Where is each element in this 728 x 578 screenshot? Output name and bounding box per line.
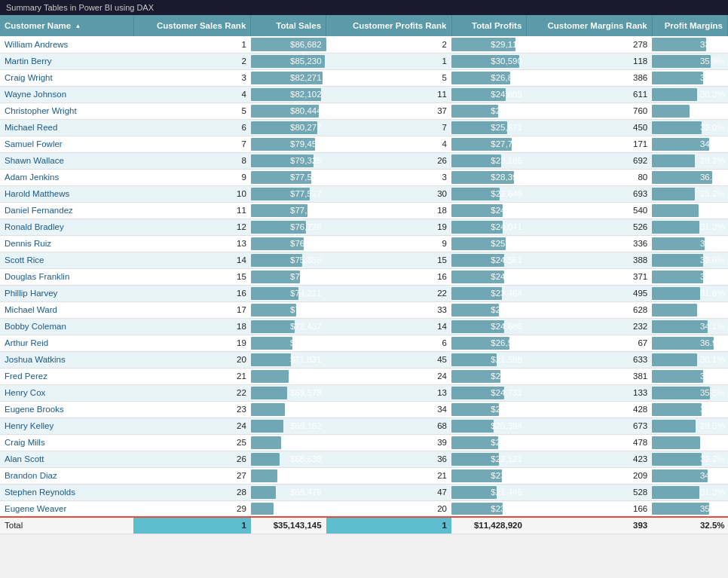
cell-name[interactable]: Adam Jenkins bbox=[0, 169, 133, 185]
cell-name[interactable]: Christopher Wright bbox=[0, 102, 133, 119]
cell-profits-rank: 47 bbox=[326, 484, 451, 500]
title-text: Summary Tables in Power BI using DAX bbox=[6, 3, 154, 12]
cell-total-profits: $23,316 bbox=[451, 368, 527, 384]
cell-margins-rank: 336 bbox=[527, 235, 652, 252]
cell-sales-rank: 16 bbox=[133, 285, 250, 301]
cell-profit-margins: 34.1% bbox=[652, 318, 727, 335]
cell-name[interactable]: Samuel Fowler bbox=[0, 136, 133, 152]
cell-total-sales: $80,444 bbox=[251, 102, 326, 119]
cell-profits-rank: 34 bbox=[326, 401, 451, 417]
cell-name[interactable]: William Andrews bbox=[0, 36, 133, 53]
cell-name[interactable]: Fred Perez bbox=[0, 368, 133, 384]
cell-sales-rank: 20 bbox=[133, 351, 250, 368]
cell-margins-rank: 693 bbox=[527, 185, 652, 202]
cell-total-profits: $22,271 bbox=[451, 401, 527, 417]
table-row: Martin Berry2$85,2301$30,59011835.9% bbox=[0, 53, 728, 69]
cell-total-profits: $24,686 bbox=[451, 318, 527, 335]
table-row: Ronald Bradley12$76,72819$24,04152631.3% bbox=[0, 219, 728, 235]
total-cell-1: 1 bbox=[133, 517, 250, 534]
cell-margins-rank: 611 bbox=[527, 86, 652, 102]
cell-profits-rank: 9 bbox=[326, 235, 451, 252]
col-header-name[interactable]: Customer Name ▲ bbox=[0, 15, 133, 36]
cell-profits-rank: 45 bbox=[326, 351, 451, 368]
cell-name[interactable]: Henry Cox bbox=[0, 384, 133, 401]
cell-name[interactable]: Stephen Reynolds bbox=[0, 484, 133, 500]
cell-name[interactable]: Phillip Harvey bbox=[0, 285, 133, 301]
cell-margins-rank: 692 bbox=[527, 152, 652, 169]
table-row: Phillip Harvey16$74,21122$23,46449531.6% bbox=[0, 285, 728, 301]
cell-sales-rank: 8 bbox=[133, 152, 250, 169]
cell-profits-rank: 68 bbox=[326, 417, 451, 434]
cell-sales-rank: 21 bbox=[133, 368, 250, 384]
table-row: Wayne Johnson4$82,10211$24,88961130.3% bbox=[0, 86, 728, 102]
cell-name[interactable]: Shawn Wallace bbox=[0, 152, 133, 169]
cell-total-profits: $20,394 bbox=[451, 417, 527, 434]
table-row: Eugene Weaver29$68,27720$23,89416635.0% bbox=[0, 500, 728, 517]
cell-total-profits: $22,121 bbox=[451, 451, 527, 467]
cell-name[interactable]: Michael Ward bbox=[0, 301, 133, 318]
cell-name[interactable]: Harold Matthews bbox=[0, 185, 133, 202]
table-row: Craig Wright3$82,2715$26,82738632.6% bbox=[0, 69, 728, 86]
cell-profit-margins: 35.9% bbox=[652, 53, 727, 69]
cell-profit-margins: 29.5% bbox=[652, 417, 727, 434]
cell-margins-rank: 209 bbox=[527, 467, 652, 484]
cell-sales-rank: 17 bbox=[133, 301, 250, 318]
cell-name[interactable]: Alan Scott bbox=[0, 451, 133, 467]
cell-profits-rank: 3 bbox=[326, 169, 451, 185]
cell-name[interactable]: Henry Kelley bbox=[0, 417, 133, 434]
cell-total-sales: $68,479 bbox=[251, 484, 326, 500]
table-row: Alan Scott26$68,63936$22,12142332.2% bbox=[0, 451, 728, 467]
cell-name[interactable]: Eugene Weaver bbox=[0, 500, 133, 517]
cell-name[interactable]: Martin Berry bbox=[0, 53, 133, 69]
cell-name[interactable]: Arthur Reid bbox=[0, 335, 133, 351]
cell-profit-margins: 33.0% bbox=[652, 235, 727, 252]
col-header-profit-margins[interactable]: Profit Margins bbox=[652, 15, 727, 36]
cell-profit-margins: 33.6% bbox=[652, 36, 727, 53]
cell-profit-margins: 34.9% bbox=[652, 136, 727, 152]
cell-margins-rank: 628 bbox=[527, 301, 652, 318]
cell-total-profits: $22,649 bbox=[451, 185, 527, 202]
cell-total-profits: $21,978 bbox=[451, 434, 527, 451]
cell-name[interactable]: Wayne Johnson bbox=[0, 86, 133, 102]
col-header-margins-rank[interactable]: Customer Margins Rank bbox=[527, 15, 652, 36]
cell-name[interactable]: Bobby Coleman bbox=[0, 318, 133, 335]
cell-name[interactable]: Scott Rice bbox=[0, 252, 133, 268]
cell-sales-rank: 10 bbox=[133, 185, 250, 202]
cell-name[interactable]: Daniel Fernandez bbox=[0, 202, 133, 219]
cell-name[interactable]: Craig Mills bbox=[0, 434, 133, 451]
cell-profits-rank: 39 bbox=[326, 434, 451, 451]
col-header-sales-rank[interactable]: Customer Sales Rank bbox=[133, 15, 250, 36]
cell-name[interactable]: Michael Reed bbox=[0, 119, 133, 136]
cell-total-sales: $68,639 bbox=[251, 451, 326, 467]
cell-name[interactable]: Ronald Bradley bbox=[0, 219, 133, 235]
cell-margins-rank: 171 bbox=[527, 136, 652, 152]
col-header-profits-rank[interactable]: Customer Profits Rank bbox=[326, 15, 451, 36]
cell-name[interactable]: Eugene Brooks bbox=[0, 401, 133, 417]
col-header-total-sales[interactable]: Total Sales bbox=[251, 15, 326, 36]
table-row: Dennis Ruiz13$76,3679$25,20433633.0% bbox=[0, 235, 728, 252]
cell-total-sales: $68,277 bbox=[251, 500, 326, 517]
table-row: Douglas Franklin15$74,37516$24,31737132.… bbox=[0, 268, 728, 285]
cell-profits-rank: 7 bbox=[326, 119, 451, 136]
cell-margins-rank: 526 bbox=[527, 219, 652, 235]
cell-total-sales: $77,566 bbox=[251, 169, 326, 185]
cell-profit-margins: 32.6% bbox=[652, 252, 727, 268]
cell-profits-rank: 19 bbox=[326, 219, 451, 235]
cell-total-sales: $69,183 bbox=[251, 401, 326, 417]
cell-profit-margins: 29.2% bbox=[652, 185, 727, 202]
cell-name[interactable]: Craig Wright bbox=[0, 69, 133, 86]
cell-total-profits: $23,464 bbox=[451, 285, 527, 301]
cell-profit-margins: 32.6% bbox=[652, 69, 727, 86]
cell-total-profits: $24,041 bbox=[451, 219, 527, 235]
cell-margins-rank: 528 bbox=[527, 484, 652, 500]
cell-total-sales: $72,437 bbox=[251, 318, 326, 335]
col-header-total-profits[interactable]: Total Profits bbox=[451, 15, 527, 36]
cell-margins-rank: 540 bbox=[527, 202, 652, 219]
cell-name[interactable]: Brandon Diaz bbox=[0, 467, 133, 484]
cell-name[interactable]: Douglas Franklin bbox=[0, 268, 133, 285]
cell-name[interactable]: Joshua Watkins bbox=[0, 351, 133, 368]
table-row: Michael Ward17$74,04933$22,30162830.1% bbox=[0, 301, 728, 318]
cell-margins-rank: 133 bbox=[527, 384, 652, 401]
cell-profit-margins: 30.1% bbox=[652, 301, 727, 318]
cell-name[interactable]: Dennis Ruiz bbox=[0, 235, 133, 252]
